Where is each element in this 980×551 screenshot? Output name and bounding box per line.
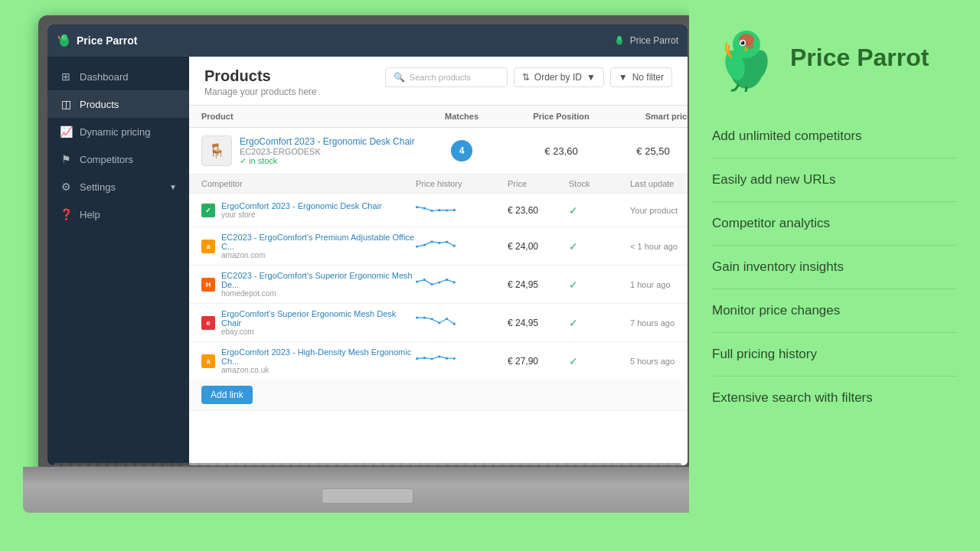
svg-point-42: [741, 41, 745, 45]
sidebar-item-settings[interactable]: ⚙ Settings ▼: [47, 173, 189, 201]
svg-point-26: [430, 318, 433, 320]
header-parrot-icon: [613, 34, 626, 47]
product-price-position: € 23,60: [508, 145, 615, 157]
competitors-icon: ⚑: [60, 153, 72, 165]
sidebar-item-products[interactable]: ◫ Products: [47, 90, 189, 118]
brand-name-large: Price Parrot: [790, 44, 929, 72]
sidebar-item-help[interactable]: ❓ Help: [47, 201, 189, 228]
comp-info-2: H EC2023 - ErgoComfort's Superior Ergono…: [201, 271, 416, 298]
laptop-touchpad: [322, 488, 413, 504]
comp-name-2[interactable]: EC2023 - ErgoComfort's Superior Ergonomi…: [221, 271, 416, 289]
comp-price-2: € 24,95: [508, 279, 569, 290]
comp-time-2: 1 hour ago: [630, 280, 688, 289]
feature-list: Add unlimited competitors Easily add new…: [712, 115, 957, 419]
comp-logo-2: H: [201, 278, 215, 292]
dashboard-icon: ⊞: [60, 70, 72, 83]
search-icon: 🔍: [394, 72, 405, 83]
svg-point-31: [423, 357, 426, 359]
competitor-rows-container: ✓ ErgoComfort 2023 - Ergonomic Desk Chai…: [189, 194, 688, 380]
product-smart-price: € 25,50: [615, 145, 688, 157]
comp-info-1: a EC2023 - ErgoComfort's Premium Adjusta…: [201, 233, 416, 259]
comp-time-3: 7 hours ago: [630, 318, 688, 328]
svg-point-19: [423, 279, 426, 281]
svg-point-44: [746, 43, 754, 49]
svg-point-30: [416, 357, 418, 360]
svg-point-1: [61, 34, 67, 41]
feature-item-5: Full pricing history: [712, 333, 957, 377]
header-right-text: Price Parrot: [630, 35, 678, 46]
comp-source-3: ebay.com: [221, 328, 416, 336]
dynamic-pricing-icon: 📈: [60, 126, 72, 138]
filter-button[interactable]: ▼ No filter: [610, 67, 672, 87]
svg-point-14: [430, 240, 433, 243]
comp-sparkline-1: [416, 235, 508, 257]
competitor-row-3: e ErgoComfort's Superior Ergonomic Mesh …: [189, 304, 688, 342]
competitor-row-4: a ErgoComfort 2023 - High-Density Mesh E…: [189, 342, 688, 380]
sidebar-item-dashboard[interactable]: ⊞ Dashboard: [47, 63, 189, 90]
comp-price-1: € 24,00: [508, 241, 569, 252]
sidebar-label-help: Help: [80, 209, 100, 220]
comp-name-0[interactable]: ErgoComfort 2023 - Ergonomic Desk Chair: [221, 201, 382, 210]
products-icon: ◫: [60, 98, 72, 110]
col-header-product: Product: [201, 112, 416, 121]
svg-point-15: [438, 242, 440, 244]
comp-logo-0: ✓: [201, 204, 215, 217]
comp-sparkline-0: [416, 199, 508, 221]
svg-point-17: [453, 245, 456, 247]
svg-point-10: [446, 209, 448, 211]
feature-item-0: Add unlimited competitors: [712, 115, 957, 158]
add-link-button[interactable]: Add link: [201, 386, 253, 404]
comp-name-1[interactable]: EC2023 - ErgoComfort's Premium Adjustabl…: [221, 233, 416, 251]
parrot-brand-section: Price Parrot: [712, 23, 929, 92]
sort-dropdown[interactable]: ⇅ Order by ID ▼: [514, 67, 604, 87]
sidebar-label-competitors: Competitors: [80, 154, 133, 165]
comp-price-4: € 27,90: [508, 356, 569, 367]
col-header-price-position: Price Position: [508, 112, 615, 121]
comp-time-0: Your product: [630, 206, 688, 215]
filter-icon: ▼: [619, 72, 628, 83]
comp-logo-3: e: [201, 316, 215, 330]
sort-label: Order by ID: [534, 72, 582, 83]
comp-name-4[interactable]: ErgoComfort 2023 - High-Density Mesh Erg…: [221, 347, 416, 366]
product-name[interactable]: ErgoComfort 2023 - Ergonomic Desk Chair: [240, 136, 415, 147]
product-info: 🪑 ErgoComfort 2023 - Ergonomic Desk Chai…: [201, 135, 416, 166]
product-stock: ✓ in stock: [240, 156, 415, 166]
main-content: Products Manage your products here 🔍 Sea…: [189, 57, 688, 465]
laptop-body: Price Parrot Price Parrot ⊞ Dashboard: [38, 15, 697, 474]
comp-price-0: € 23,60: [508, 205, 569, 216]
page-title-section: Products Manage your products here: [204, 67, 317, 97]
page-title: Products: [204, 67, 317, 85]
svg-point-16: [446, 241, 448, 243]
settings-chevron: ▼: [169, 183, 177, 191]
comp-sparkline-3: [416, 311, 508, 334]
sort-chevron: ▼: [586, 72, 596, 83]
header-brand: Price Parrot: [57, 33, 137, 48]
svg-point-5: [617, 36, 622, 41]
feature-item-2: Competitor analytics: [712, 202, 957, 246]
sidebar-item-dynamic-pricing[interactable]: 📈 Dynamic pricing: [47, 118, 189, 145]
svg-point-11: [453, 209, 456, 211]
comp-name-3[interactable]: ErgoComfort's Superior Ergonomic Mesh De…: [221, 309, 416, 328]
sidebar-label-products: Products: [80, 99, 119, 110]
comp-col-price: Price: [508, 179, 569, 188]
svg-point-34: [446, 357, 448, 360]
comp-col-competitor: Competitor: [201, 179, 416, 188]
svg-point-32: [430, 357, 433, 360]
svg-point-29: [453, 323, 456, 325]
app-header: Price Parrot Price Parrot: [47, 24, 688, 57]
feature-item-1: Easily add new URLs: [712, 158, 957, 202]
comp-info-3: e ErgoComfort's Superior Ergonomic Mesh …: [201, 309, 416, 336]
competitor-row-2: H EC2023 - ErgoComfort's Superior Ergono…: [189, 266, 688, 304]
comp-source-4: amazon.co.uk: [221, 366, 416, 374]
feature-item-6: Extensive search with filters: [712, 377, 957, 419]
competitor-row-0: ✓ ErgoComfort 2023 - Ergonomic Desk Chai…: [189, 194, 688, 227]
sidebar-item-competitors[interactable]: ⚑ Competitors: [47, 145, 189, 173]
search-placeholder: Search products: [410, 73, 471, 82]
comp-stock-2: ✓: [569, 279, 630, 291]
search-box[interactable]: 🔍 Search products: [385, 67, 508, 87]
laptop-screen: Price Parrot Price Parrot ⊞ Dashboard: [47, 24, 688, 465]
comp-source-2: homedepot.com: [221, 289, 416, 298]
right-panel: Price Parrot Add unlimited competitors E…: [689, 0, 980, 551]
col-header-matches: Matches: [416, 112, 508, 121]
sidebar-label-settings: Settings: [80, 181, 116, 193]
